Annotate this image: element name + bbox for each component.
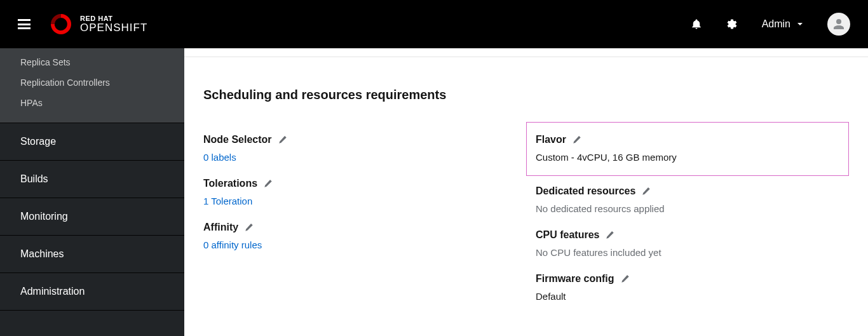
- detail-node-selector: Node Selector 0 labels: [203, 134, 517, 163]
- pencil-icon[interactable]: [642, 187, 651, 196]
- detail-label-row: Flavor: [536, 134, 839, 145]
- pencil-icon[interactable]: [264, 179, 273, 188]
- flavor-highlight-box: Flavor Custom - 4vCPU, 16 GB memory: [526, 122, 849, 176]
- sidebar-subgroup: Replica Sets Replication Controllers HPA…: [0, 48, 184, 123]
- detail-label-row: Node Selector: [203, 134, 517, 145]
- detail-label-row: Dedicated resources: [536, 185, 849, 197]
- detail-flavor: Flavor Custom - 4vCPU, 16 GB memory: [536, 134, 839, 163]
- hamburger-menu-button[interactable]: [18, 19, 31, 29]
- brand-logo[interactable]: RED HAT OPENSHIFT: [48, 11, 147, 37]
- notifications-button[interactable]: [691, 18, 702, 30]
- openshift-icon: [48, 11, 74, 37]
- detail-label: Tolerations: [203, 178, 257, 189]
- sidebar-item-replica-sets[interactable]: Replica Sets: [0, 52, 184, 72]
- pencil-icon[interactable]: [621, 274, 630, 283]
- avatar-icon: [831, 17, 846, 32]
- user-avatar[interactable]: [827, 13, 850, 36]
- body-container: Replica Sets Replication Controllers HPA…: [0, 48, 868, 336]
- detail-value-link[interactable]: 0 affinity rules: [203, 239, 517, 250]
- detail-dedicated-resources: Dedicated resources No dedicated resourc…: [536, 185, 849, 214]
- sidebar-item-administration[interactable]: Administration: [0, 272, 184, 311]
- top-header: RED HAT OPENSHIFT Admin: [0, 0, 868, 48]
- details-left-column: Node Selector 0 labels Tolerations 1 Tol…: [203, 134, 517, 317]
- section-title: Scheduling and resources requirements: [203, 88, 849, 102]
- sidebar-item-hpas[interactable]: HPAs: [0, 93, 184, 113]
- details-right-column: Flavor Custom - 4vCPU, 16 GB memory Dedi…: [536, 134, 849, 317]
- detail-label-row: Tolerations: [203, 178, 517, 189]
- detail-affinity: Affinity 0 affinity rules: [203, 222, 517, 250]
- details-grid: Node Selector 0 labels Tolerations 1 Tol…: [203, 134, 849, 317]
- sidebar: Replica Sets Replication Controllers HPA…: [0, 48, 184, 336]
- pencil-icon[interactable]: [245, 223, 254, 232]
- pencil-icon[interactable]: [606, 231, 614, 239]
- detail-value: Custom - 4vCPU, 16 GB memory: [536, 152, 839, 163]
- detail-value: Default: [536, 291, 849, 302]
- detail-value-link[interactable]: 1 Toleration: [203, 196, 517, 206]
- top-divider: [184, 48, 868, 57]
- detail-cpu-features: CPU features No CPU features included ye…: [536, 229, 849, 258]
- detail-label: Node Selector: [203, 134, 272, 145]
- settings-button[interactable]: [726, 18, 738, 30]
- header-right: Admin: [691, 13, 850, 36]
- header-left: RED HAT OPENSHIFT: [18, 11, 147, 37]
- sidebar-item-monitoring[interactable]: Monitoring: [0, 198, 184, 235]
- content-area: Scheduling and resources requirements No…: [184, 57, 868, 336]
- detail-label-row: Firmware config: [536, 273, 849, 285]
- detail-label: Dedicated resources: [536, 185, 635, 197]
- pencil-icon[interactable]: [573, 135, 581, 144]
- detail-tolerations: Tolerations 1 Toleration: [203, 178, 517, 206]
- detail-label: Flavor: [536, 134, 566, 145]
- detail-value: No dedicated resourcs applied: [536, 203, 849, 214]
- gear-icon: [726, 18, 738, 30]
- brand-text-bottom: OPENSHIFT: [80, 22, 147, 33]
- detail-firmware-config: Firmware config Default: [536, 273, 849, 302]
- detail-label: CPU features: [536, 229, 599, 241]
- user-menu-button[interactable]: Admin: [762, 18, 803, 30]
- detail-value-link[interactable]: 0 labels: [203, 152, 517, 163]
- detail-label-row: Affinity: [203, 222, 517, 233]
- sidebar-item-machines[interactable]: Machines: [0, 235, 184, 272]
- caret-down-icon: [797, 21, 803, 27]
- detail-label-row: CPU features: [536, 229, 849, 241]
- user-label: Admin: [762, 18, 790, 30]
- detail-value: No CPU features included yet: [536, 247, 849, 258]
- sidebar-item-builds[interactable]: Builds: [0, 160, 184, 198]
- brand-text: RED HAT OPENSHIFT: [80, 15, 147, 33]
- main-content: Scheduling and resources requirements No…: [184, 48, 868, 336]
- detail-label: Firmware config: [536, 273, 614, 285]
- bell-icon: [691, 18, 702, 30]
- sidebar-item-replication-controllers[interactable]: Replication Controllers: [0, 72, 184, 93]
- pencil-icon[interactable]: [278, 135, 287, 144]
- sidebar-item-storage[interactable]: Storage: [0, 123, 184, 160]
- detail-label: Affinity: [203, 222, 238, 233]
